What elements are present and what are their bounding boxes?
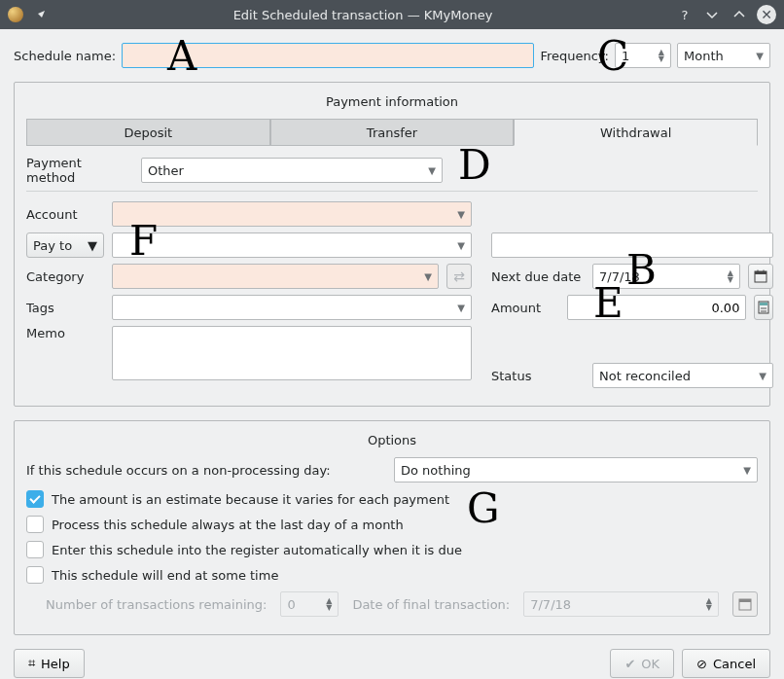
pin-icon[interactable] xyxy=(31,5,51,24)
nonprocessing-value: Do nothing xyxy=(401,463,743,478)
tab-transfer[interactable]: Transfer xyxy=(270,119,515,146)
tab-deposit[interactable]: Deposit xyxy=(26,119,270,146)
separator xyxy=(26,191,758,192)
help-button-label: Help xyxy=(41,657,70,671)
check-icon: ✔ xyxy=(624,657,635,671)
help-icon: ⌗ xyxy=(28,656,35,671)
spinner-buttons: ▲▼ xyxy=(706,597,712,611)
amount-input[interactable] xyxy=(567,295,746,320)
chevron-down-icon: ▼ xyxy=(88,238,97,253)
memo-textarea[interactable] xyxy=(112,326,472,380)
svg-point-6 xyxy=(761,307,763,309)
remaining-value: 0 xyxy=(287,597,326,612)
chevron-down-icon: ▼ xyxy=(424,271,432,282)
chevron-down-icon: ▼ xyxy=(756,51,764,61)
final-date-value: 7/7/18 xyxy=(530,597,706,612)
extra-input[interactable] xyxy=(491,232,773,258)
svg-rect-1 xyxy=(755,271,766,274)
close-icon[interactable]: ✕ xyxy=(757,5,776,24)
checkbox-estimate-label: The amount is an estimate because it var… xyxy=(52,492,449,507)
spinner-buttons[interactable]: ▲▼ xyxy=(728,269,733,283)
account-combo[interactable]: ▼ xyxy=(112,201,472,227)
schedule-name-input[interactable] xyxy=(122,43,534,68)
final-date-label: Date of final transaction: xyxy=(352,597,510,612)
svg-point-10 xyxy=(763,310,765,312)
remaining-input: 0 ▲▼ xyxy=(280,591,339,617)
payto-selector[interactable]: Pay to ▼ xyxy=(26,232,104,258)
tags-combo[interactable]: ▼ xyxy=(112,295,472,320)
tab-deposit-label: Deposit xyxy=(124,125,172,140)
help-icon[interactable]: ? xyxy=(675,5,695,24)
checkbox-autoenter-label: Enter this schedule into the register au… xyxy=(52,543,462,557)
chevron-down-icon: ▼ xyxy=(457,240,465,251)
spinner-buttons: ▲▼ xyxy=(326,597,332,611)
chevron-down-icon: ▼ xyxy=(428,165,436,176)
options-title: Options xyxy=(26,433,758,447)
minimize-icon[interactable] xyxy=(702,5,722,24)
status-combo[interactable]: Not reconciled ▼ xyxy=(592,363,773,388)
category-combo[interactable]: ▼ xyxy=(112,264,439,289)
spinner-buttons[interactable]: ▲▼ xyxy=(659,49,664,62)
svg-point-8 xyxy=(765,307,766,309)
ok-button-label: OK xyxy=(641,657,659,671)
checkbox-autoenter[interactable] xyxy=(26,541,44,558)
final-date-input: 7/7/18 ▲▼ xyxy=(523,591,719,617)
ok-button[interactable]: ✔ OK xyxy=(610,649,674,678)
svg-point-11 xyxy=(765,310,766,312)
next-due-date-value: 7/7/18 xyxy=(599,269,728,284)
svg-point-7 xyxy=(763,307,765,309)
nonprocessing-label: If this schedule occurs on a non-process… xyxy=(26,463,386,478)
frequency-unit-combo[interactable]: Month ▼ xyxy=(677,43,770,68)
chevron-down-icon: ▼ xyxy=(457,209,465,220)
title-bar: Edit Scheduled transaction — KMyMoney ? … xyxy=(0,0,784,29)
checkbox-lastday-label: Process this schedule always at the last… xyxy=(52,518,404,532)
remaining-label: Number of transactions remaining: xyxy=(46,597,267,612)
category-label: Category xyxy=(26,269,104,284)
schedule-name-label: Schedule name: xyxy=(14,49,116,63)
app-icon xyxy=(8,7,23,22)
memo-label: Memo xyxy=(26,326,104,340)
svg-point-9 xyxy=(761,310,763,312)
tags-label: Tags xyxy=(26,301,104,315)
payto-combo[interactable]: ▼ xyxy=(112,232,472,258)
tab-transfer-label: Transfer xyxy=(367,125,417,140)
account-label: Account xyxy=(26,207,104,222)
payment-method-value: Other xyxy=(148,163,428,178)
checkbox-lastday[interactable] xyxy=(26,516,44,533)
cancel-button-label: Cancel xyxy=(713,657,756,671)
payment-information-title: Payment information xyxy=(26,94,758,109)
cancel-button[interactable]: ⊘ Cancel xyxy=(682,649,770,678)
amount-label: Amount xyxy=(491,301,559,315)
checkbox-estimate[interactable] xyxy=(26,490,44,508)
frequency-count-value: 1 xyxy=(622,49,659,63)
chevron-down-icon: ▼ xyxy=(743,465,751,476)
tab-withdrawal[interactable]: Withdrawal xyxy=(514,119,758,146)
payment-method-combo[interactable]: Other ▼ xyxy=(141,158,443,183)
calculator-icon[interactable] xyxy=(754,295,773,320)
svg-rect-13 xyxy=(739,599,751,602)
frequency-count[interactable]: 1 ▲▼ xyxy=(615,43,671,68)
frequency-unit-value: Month xyxy=(684,49,756,63)
payment-method-label: Payment method xyxy=(26,156,133,185)
calendar-icon xyxy=(732,591,758,617)
checkbox-end-label: This schedule will end at some time xyxy=(52,568,278,583)
payment-tabs: Deposit Transfer Withdrawal xyxy=(26,119,758,146)
next-due-date-input[interactable]: 7/7/18 ▲▼ xyxy=(592,264,740,289)
window-title: Edit Scheduled transaction — KMyMoney xyxy=(58,8,667,22)
options-group: Options If this schedule occurs on a non… xyxy=(14,420,770,635)
frequency-label: Frequency: xyxy=(540,49,609,63)
maximize-icon[interactable] xyxy=(730,5,749,24)
calendar-icon[interactable] xyxy=(748,264,773,289)
help-button[interactable]: ⌗ Help xyxy=(14,649,85,678)
split-button: ⇄ xyxy=(446,264,472,289)
chevron-down-icon: ▼ xyxy=(457,303,465,313)
chevron-down-icon: ▼ xyxy=(759,371,766,381)
nonprocessing-combo[interactable]: Do nothing ▼ xyxy=(394,457,758,482)
checkbox-end[interactable] xyxy=(26,566,44,584)
svg-rect-5 xyxy=(760,303,767,305)
status-value: Not reconciled xyxy=(599,369,759,383)
cancel-icon: ⊘ xyxy=(696,657,707,671)
tab-withdrawal-label: Withdrawal xyxy=(600,125,671,140)
payment-information-group: Payment information Deposit Transfer Wit… xyxy=(14,82,770,407)
next-due-label: Next due date xyxy=(491,269,585,284)
